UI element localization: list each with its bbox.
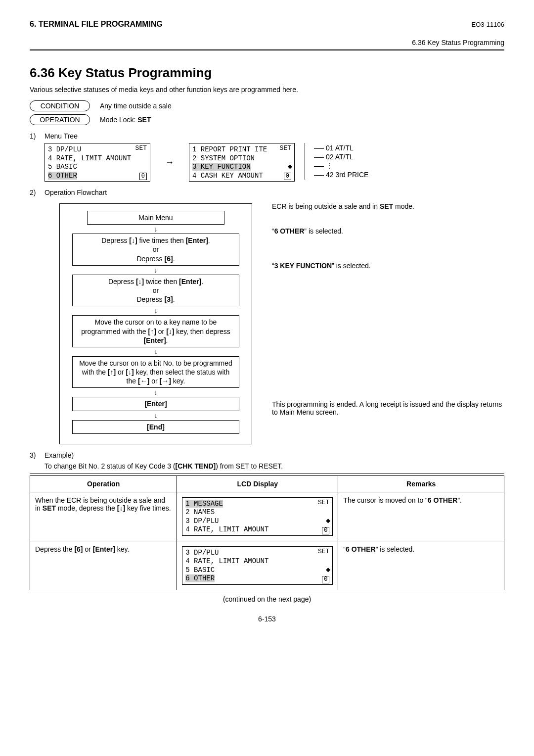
lcd-display: SET1 MESSAGE2 NAMES3 DP/PLU4 RATE, LIMIT… [182,497,333,536]
section-2-title: Operation Flowchart [44,189,107,196]
section-1-num: 1) [30,132,44,140]
operation-mode: SET [137,116,151,124]
condition-pill: CONDITION [30,100,90,111]
example-table: Operation LCD Display Remarks When the E… [30,475,504,590]
section-3-title: Example) [44,451,74,459]
lcd-line: 1 REPORT PRINT ITE [192,145,291,154]
lcd-line: 3 DP/PLU [185,517,329,526]
continued-note: (continued on the next page) [30,595,504,603]
flow-step: Move the cursor on to a bit No. to be pr… [72,356,239,388]
flow-note: ECR is being outside a sale and in SET m… [272,202,504,210]
cell-remarks: The cursor is moved on to “6 OTHER”. [338,492,504,541]
lcd-line: 4 RATE, LIMIT AMOUNT [185,557,329,566]
flow-note: “6 OTHER” is selected. [272,227,504,235]
flow-note: “3 KEY FUNCTION” is selected. [272,262,504,270]
lcd-line: 1 MESSAGE [185,500,329,509]
menu-tree-branches: 01 AT/TL02 AT/TL⋮42 3rd PRICE [305,143,368,180]
menu-tree-left-lcd: SET 3 DP/PLU4 RATE, LIMIT AMOUNT5 BASIC6… [44,143,150,182]
flow-step: Main Menu [87,211,224,225]
menu-tree-branch: 42 3rd PRICE [312,171,368,179]
menu-tree-branch: ⋮ [312,162,368,170]
menu-tree-branch: 01 AT/TL [312,144,368,152]
table-row: When the ECR is being outside a sale and… [30,492,504,541]
flow-arrow-icon: ↓ [70,348,242,355]
flow-note [272,296,504,304]
menu-tree-right-lcd: SET 1 REPORT PRINT ITE2 SYSTEM OPTION3 K… [189,143,295,182]
lcd-zero-indicator: 0 [322,527,329,534]
scroll-icon: ◆ [288,163,292,170]
lcd-line: 5 BASIC [185,566,329,575]
page-number: 6-153 [30,615,504,623]
breadcrumb: 6.36 Key Status Programming [30,39,504,47]
lcd-zero-indicator: 0 [322,576,329,583]
lcd-line: 2 NAMES [185,508,329,517]
operation-prefix: Mode Lock: [100,116,137,124]
lcd-line: 4 CASH KEY AMOUNT [192,172,291,181]
lcd-line: 4 RATE, LIMIT AMOUNT [48,154,147,163]
cell-operation: Depress the [6] or [Enter] key. [30,541,177,590]
operation-row: OPERATION Mode Lock: SET [30,114,504,125]
page-title: 6.36 Key Status Programming [30,65,504,81]
scroll-icon: ◆ [326,566,330,573]
doc-id: EO3-11106 [472,21,505,28]
scroll-icon: ◆ [326,517,330,524]
header-rule [30,49,504,50]
lcd-display: SET3 DP/PLU4 RATE, LIMIT AMOUNT5 BASIC6 … [182,546,333,585]
lcd-line: 4 RATE, LIMIT AMOUNT [185,525,329,534]
example-rule [30,473,504,473]
flow-step: Depress [↓] twice then [Enter].orDepress… [72,275,239,307]
col-header-lcd: LCD Display [177,475,338,492]
flowchart: Main Menu↓Depress [↓] five times then [E… [44,199,504,444]
table-row: Depress the [6] or [Enter] key.SET3 DP/P… [30,541,504,590]
flow-step: [End] [72,420,239,434]
cell-lcd: SET1 MESSAGE2 NAMES3 DP/PLU4 RATE, LIMIT… [177,492,338,541]
flow-arrow-icon: ↓ [70,307,242,314]
section-2-header: 2) Operation Flowchart [30,189,504,196]
lcd-line: 3 DP/PLU [48,145,147,154]
cell-operation: When the ECR is being outside a sale and… [30,492,177,541]
lcd-line: 6 OTHER [48,172,147,181]
lcd-line: 3 KEY FUNCTION [192,163,291,172]
chapter-title: 6. TERMINAL FILE PROGRAMMING [30,20,163,29]
lcd-line: 2 SYSTEM OPTION [192,154,291,163]
flow-arrow-icon: ↓ [70,226,242,233]
lcd-zero-indicator: 0 [284,173,291,180]
flow-step: Move the cursor on to a key name to be p… [72,315,239,347]
cell-lcd: SET3 DP/PLU4 RATE, LIMIT AMOUNT5 BASIC6 … [177,541,338,590]
tree-arrow-icon: → [165,157,174,168]
menu-tree-branch: 02 AT/TL [312,153,368,161]
lcd-mode-tag: SET [280,144,291,152]
section-1-header: 1) Menu Tree [30,132,504,140]
flow-arrow-icon: ↓ [70,412,242,419]
lcd-line: 3 DP/PLU [185,549,329,558]
lcd-mode-tag: SET [135,144,147,152]
menu-tree: SET 3 DP/PLU4 RATE, LIMIT AMOUNT5 BASIC6… [44,143,504,182]
flow-note [272,340,504,348]
page-header: 6. TERMINAL FILE PROGRAMMING EO3-11106 [30,20,504,29]
lcd-mode-tag: SET [318,499,329,507]
flow-arrow-icon: ↓ [70,267,242,274]
section-2-num: 2) [30,189,44,196]
condition-row: CONDITION Any time outside a sale [30,100,504,111]
flow-note [272,383,504,391]
flow-step: [Enter] [72,397,239,411]
lcd-zero-indicator: 0 [139,173,147,180]
cell-remarks: “6 OTHER” is selected. [338,541,504,590]
lcd-mode-tag: SET [318,548,329,556]
example-intro: To change Bit No. 2 status of Key Code 3… [44,462,504,470]
operation-pill: OPERATION [30,114,90,125]
lcd-line: 5 BASIC [48,163,147,172]
flow-arrow-icon: ↓ [70,389,242,396]
intro-text: Various selective statuses of media keys… [30,86,504,94]
lcd-line: 6 OTHER [185,574,329,583]
section-1-title: Menu Tree [44,132,78,140]
col-header-remarks: Remarks [338,475,504,492]
flow-note: This programming is ended. A long receip… [272,400,504,416]
section-3-num: 3) [30,451,44,459]
operation-text: Mode Lock: SET [100,116,151,124]
col-header-operation: Operation [30,475,177,492]
section-3-header: 3) Example) [30,451,504,459]
flow-step: Depress [↓] five times then [Enter].orDe… [72,234,239,266]
condition-text: Any time outside a sale [100,102,172,110]
